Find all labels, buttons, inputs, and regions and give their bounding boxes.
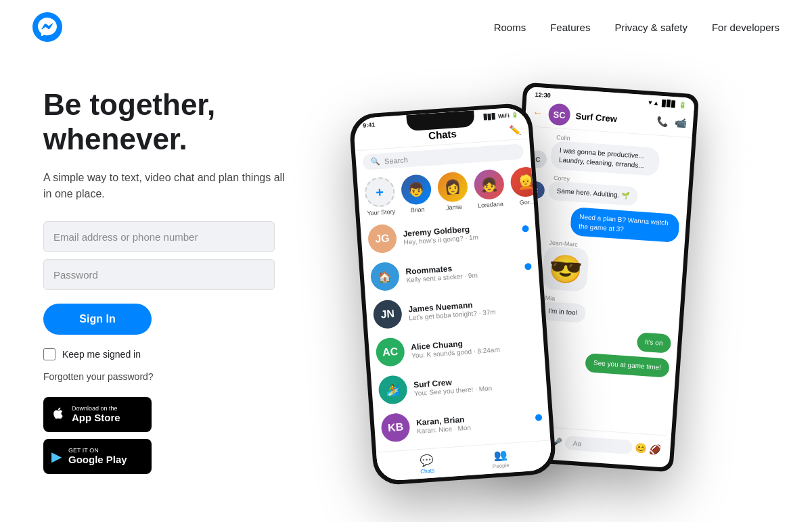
p1-people-icon: 👥: [493, 448, 508, 462]
keep-signed-checkbox[interactable]: [43, 348, 55, 360]
googleplay-main: Google Play: [68, 454, 127, 466]
p2-phone-icon: 📞: [656, 116, 669, 127]
right-gradient: [701, 68, 782, 522]
p2-wifi-icon: ▼▲: [647, 99, 659, 106]
p2-bubble-sent1: Need a plan B? Wanna watch the game at 3…: [570, 207, 680, 243]
p1-signal: ▊▊▊: [484, 113, 497, 120]
p1-avatar-alice: AC: [375, 337, 405, 367]
appstore-main: App Store: [72, 412, 120, 424]
p1-story-loredana: 👧: [473, 168, 505, 200]
p1-tab-chats-label: Chats: [420, 467, 434, 474]
p2-battery-icon: 🔋: [679, 101, 687, 109]
p2-bubble-mia: I'm in too!: [539, 301, 586, 323]
p2-msg-sent1: Need a plan B? Wanna watch the game at 3…: [524, 204, 679, 243]
main-content: Be together,whenever. A simple way to te…: [0, 54, 812, 522]
p1-bottom-bar: 💬 Chats 👥 People: [376, 440, 552, 481]
play-icon: ▶: [51, 448, 62, 465]
left-panel: Be together,whenever. A simple way to te…: [43, 68, 328, 522]
nav-developers[interactable]: For developers: [712, 22, 780, 33]
p1-story-brian: 👦: [401, 174, 432, 206]
forgot-password-link[interactable]: Forgotten your password?: [43, 371, 328, 382]
keep-signed-container: Keep me signed in: [43, 348, 328, 360]
p2-football-icon: 🏈: [649, 443, 661, 454]
p1-avatar-surf: 🏄: [378, 375, 408, 405]
password-field[interactable]: [43, 259, 275, 290]
p2-signal-icon: ▊▊▊: [662, 100, 677, 108]
p1-chat-list: JG Jeremy Goldberg Hey, how's it going? …: [360, 209, 550, 448]
appstore-badge[interactable]: Download on the App Store: [43, 397, 152, 432]
p2-emoji-btn: 😊: [635, 442, 647, 454]
messenger-logo[interactable]: [32, 12, 62, 42]
nav-rooms[interactable]: Rooms: [494, 22, 526, 33]
p2-time: 12:30: [535, 91, 551, 99]
keep-signed-label: Keep me signed in: [62, 349, 141, 360]
p1-story-gor: 👱: [510, 166, 534, 198]
p1-wifi: WiFi: [498, 112, 510, 119]
p1-battery: 🔋: [511, 112, 518, 118]
p1-tab-chats: 💬 Chats: [419, 453, 434, 474]
p1-avatar-james: JN: [372, 299, 403, 329]
app-badges: Download on the App Store ▶ GET IT ON Go…: [43, 397, 328, 474]
p1-tab-people: 👥 People: [491, 448, 510, 469]
p1-tab-people-label: People: [493, 462, 510, 469]
phone-iphone: 9:41 ▊▊▊ WiFi 🔋 Chats ✏️ 🔍 Search: [348, 102, 557, 485]
p1-avatar-karan: KB: [380, 412, 411, 443]
p1-search-placeholder: Search: [384, 156, 409, 165]
p1-avatar-jeremy: JG: [367, 224, 398, 254]
googleplay-badge[interactable]: ▶ GET IT ON Google Play: [43, 439, 152, 474]
p2-text-input[interactable]: Aa: [564, 435, 633, 454]
p1-dot-jeremy: [522, 225, 529, 233]
p1-chats-icon: 💬: [420, 453, 434, 467]
p2-group-name: Surf Crew: [575, 111, 652, 126]
nav-links: Rooms Features Privacy & safety For deve…: [494, 22, 780, 33]
p2-video-icon: 📹: [675, 117, 687, 128]
p1-story-your: Your Story: [367, 208, 395, 217]
p2-bubble-jm: 😎: [542, 245, 589, 291]
p2-group-avatar: SC: [548, 103, 571, 126]
nav-features[interactable]: Features: [550, 22, 590, 33]
p2-bubble-sent2: It's on: [636, 332, 671, 353]
hero-title: Be together,whenever.: [43, 88, 328, 156]
p1-dot-karan: [535, 414, 543, 421]
p1-dot-roommates: [524, 263, 532, 270]
googleplay-sub: GET IT ON: [68, 448, 127, 454]
nav-privacy[interactable]: Privacy & safety: [614, 22, 687, 33]
email-field[interactable]: [43, 221, 275, 252]
p1-time: 9:41: [363, 121, 376, 128]
apple-icon: [51, 405, 65, 424]
p2-back-icon: ←: [532, 107, 543, 120]
hero-subtitle: A simple way to text, video chat and pla…: [43, 170, 287, 202]
p2-action-icons: 📞 📹: [656, 116, 687, 128]
phone-mockups: 9:41 ▊▊▊ WiFi 🔋 Chats ✏️ 🔍 Search: [328, 68, 769, 522]
p1-compose-icon: ✏️: [509, 124, 521, 135]
p1-story-add: +: [364, 176, 396, 208]
p1-story-jamie: 👩: [436, 171, 468, 203]
p2-bubble-sent3: See you at game time!: [585, 353, 670, 378]
navbar: Rooms Features Privacy & safety For deve…: [0, 0, 812, 54]
p1-search-icon: 🔍: [371, 157, 381, 166]
p1-avatar-roommates: 🏠: [370, 262, 401, 292]
sign-in-button[interactable]: Sign In: [43, 304, 152, 335]
appstore-sub: Download on the: [72, 406, 120, 412]
